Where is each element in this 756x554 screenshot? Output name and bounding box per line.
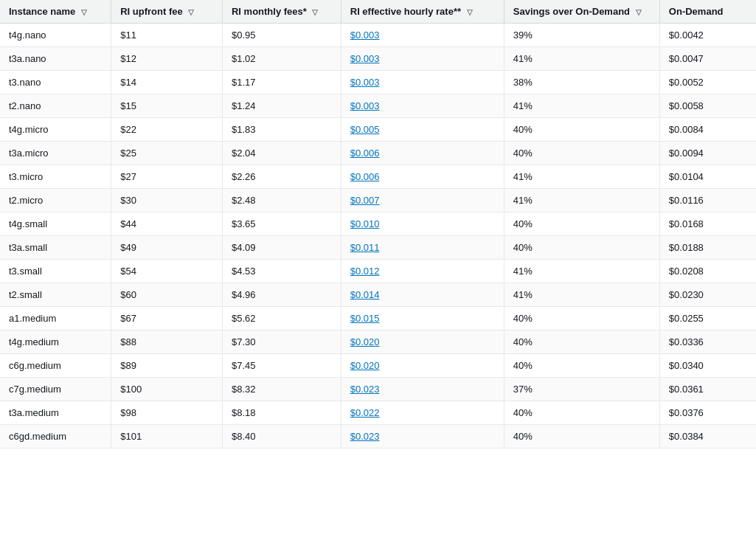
cell-savings-over-on-demand: 41% [504, 189, 659, 212]
link-ri-effective-hourly-rate[interactable]: $0.011 [350, 242, 380, 253]
cell-on-demand: $0.0058 [659, 94, 756, 118]
cell-instance-name: t4g.small [0, 212, 111, 236]
cell-ri-upfront-fee: $67 [111, 307, 223, 330]
cell-ri-upfront-fee: $54 [111, 260, 223, 283]
link-ri-effective-hourly-rate[interactable]: $0.022 [350, 407, 380, 418]
link-ri-effective-hourly-rate[interactable]: $0.015 [350, 313, 380, 324]
col-label-ri-upfront-fee: RI upfront fee [120, 6, 183, 17]
link-ri-effective-hourly-rate[interactable]: $0.003 [350, 77, 380, 88]
link-ri-effective-hourly-rate[interactable]: $0.006 [350, 171, 380, 182]
table-row: t3a.nano$12$1.02$0.00341%$0.0047 [0, 47, 756, 71]
cell-ri-effective-hourly-rate[interactable]: $0.003 [341, 71, 504, 94]
cell-ri-upfront-fee: $49 [111, 236, 223, 260]
cell-ri-effective-hourly-rate[interactable]: $0.005 [341, 118, 504, 142]
table-row: t2.nano$15$1.24$0.00341%$0.0058 [0, 94, 756, 118]
cell-on-demand: $0.0208 [659, 260, 756, 283]
cell-instance-name: t3a.nano [0, 47, 111, 71]
cell-ri-upfront-fee: $44 [111, 212, 223, 236]
cell-ri-monthly-fees: $1.17 [222, 71, 341, 94]
cell-ri-upfront-fee: $27 [111, 165, 223, 189]
col-label-instance-name: Instance name [9, 6, 75, 17]
sort-icon-instance-name: ▽ [81, 8, 87, 16]
cell-ri-effective-hourly-rate[interactable]: $0.020 [341, 330, 504, 354]
cell-savings-over-on-demand: 41% [504, 283, 659, 307]
cell-ri-effective-hourly-rate[interactable]: $0.011 [341, 236, 504, 260]
cell-ri-effective-hourly-rate[interactable]: $0.003 [341, 47, 504, 71]
cell-savings-over-on-demand: 38% [504, 71, 659, 94]
cell-instance-name: t3.micro [0, 165, 111, 189]
cell-ri-effective-hourly-rate[interactable]: $0.003 [341, 24, 504, 47]
link-ri-effective-hourly-rate[interactable]: $0.023 [350, 431, 380, 442]
link-ri-effective-hourly-rate[interactable]: $0.023 [350, 384, 380, 395]
cell-ri-effective-hourly-rate[interactable]: $0.007 [341, 189, 504, 212]
cell-on-demand: $0.0255 [659, 307, 756, 330]
col-header-instance-name[interactable]: Instance name ▽ [0, 0, 111, 24]
sort-icon-ri-monthly-fees: ▽ [312, 8, 318, 16]
cell-on-demand: $0.0376 [659, 401, 756, 425]
sort-icon-ri-effective-hourly-rate: ▽ [467, 8, 473, 16]
table-row: t4g.micro$22$1.83$0.00540%$0.0084 [0, 118, 756, 142]
cell-ri-effective-hourly-rate[interactable]: $0.020 [341, 354, 504, 378]
link-ri-effective-hourly-rate[interactable]: $0.003 [350, 100, 380, 111]
cell-ri-effective-hourly-rate[interactable]: $0.010 [341, 212, 504, 236]
cell-ri-upfront-fee: $60 [111, 283, 223, 307]
cell-ri-effective-hourly-rate[interactable]: $0.023 [341, 378, 504, 401]
cell-ri-effective-hourly-rate[interactable]: $0.006 [341, 165, 504, 189]
cell-ri-effective-hourly-rate[interactable]: $0.015 [341, 307, 504, 330]
cell-on-demand: $0.0084 [659, 118, 756, 142]
cell-instance-name: c6g.medium [0, 354, 111, 378]
link-ri-effective-hourly-rate[interactable]: $0.010 [350, 218, 380, 229]
cell-ri-effective-hourly-rate[interactable]: $0.006 [341, 142, 504, 165]
cell-ri-effective-hourly-rate[interactable]: $0.003 [341, 94, 504, 118]
cell-ri-effective-hourly-rate[interactable]: $0.022 [341, 401, 504, 425]
col-header-ri-monthly-fees[interactable]: RI monthly fees* ▽ [222, 0, 341, 24]
cell-savings-over-on-demand: 41% [504, 165, 659, 189]
cell-ri-monthly-fees: $4.09 [222, 236, 341, 260]
cell-savings-over-on-demand: 40% [504, 142, 659, 165]
cell-on-demand: $0.0230 [659, 283, 756, 307]
cell-ri-effective-hourly-rate[interactable]: $0.023 [341, 425, 504, 449]
cell-savings-over-on-demand: 40% [504, 236, 659, 260]
link-ri-effective-hourly-rate[interactable]: $0.005 [350, 124, 380, 135]
cell-ri-upfront-fee: $101 [111, 425, 223, 449]
cell-instance-name: t3a.micro [0, 142, 111, 165]
cell-instance-name: t4g.medium [0, 330, 111, 354]
cell-savings-over-on-demand: 40% [504, 330, 659, 354]
cell-savings-over-on-demand: 41% [504, 47, 659, 71]
cell-ri-upfront-fee: $12 [111, 47, 223, 71]
cell-ri-monthly-fees: $0.95 [222, 24, 341, 47]
table-row: t3a.micro$25$2.04$0.00640%$0.0094 [0, 142, 756, 165]
cell-on-demand: $0.0042 [659, 24, 756, 47]
cell-savings-over-on-demand: 40% [504, 401, 659, 425]
cell-ri-effective-hourly-rate[interactable]: $0.014 [341, 283, 504, 307]
cell-ri-monthly-fees: $3.65 [222, 212, 341, 236]
link-ri-effective-hourly-rate[interactable]: $0.020 [350, 360, 380, 371]
cell-instance-name: t3a.medium [0, 401, 111, 425]
cell-on-demand: $0.0094 [659, 142, 756, 165]
col-header-savings-over-on-demand[interactable]: Savings over On-Demand ▽ [504, 0, 659, 24]
table-row: t4g.small$44$3.65$0.01040%$0.0168 [0, 212, 756, 236]
cell-ri-monthly-fees: $2.48 [222, 189, 341, 212]
cell-on-demand: $0.0168 [659, 212, 756, 236]
link-ri-effective-hourly-rate[interactable]: $0.003 [350, 30, 380, 41]
link-ri-effective-hourly-rate[interactable]: $0.006 [350, 148, 380, 159]
cell-ri-upfront-fee: $89 [111, 354, 223, 378]
link-ri-effective-hourly-rate[interactable]: $0.012 [350, 266, 380, 277]
cell-on-demand: $0.0384 [659, 425, 756, 449]
table-header-row: Instance name ▽ RI upfront fee ▽ RI mont… [0, 0, 756, 24]
cell-ri-upfront-fee: $22 [111, 118, 223, 142]
cell-ri-effective-hourly-rate[interactable]: $0.012 [341, 260, 504, 283]
link-ri-effective-hourly-rate[interactable]: $0.007 [350, 195, 380, 206]
cell-on-demand: $0.0336 [659, 330, 756, 354]
table-row: c6g.medium$89$7.45$0.02040%$0.0340 [0, 354, 756, 378]
link-ri-effective-hourly-rate[interactable]: $0.020 [350, 336, 380, 347]
cell-ri-upfront-fee: $98 [111, 401, 223, 425]
table-row: t3a.medium$98$8.18$0.02240%$0.0376 [0, 401, 756, 425]
link-ri-effective-hourly-rate[interactable]: $0.003 [350, 53, 380, 64]
col-label-ri-effective-hourly-rate: RI effective hourly rate** [350, 6, 461, 17]
cell-ri-upfront-fee: $30 [111, 189, 223, 212]
col-header-ri-effective-hourly-rate[interactable]: RI effective hourly rate** ▽ [341, 0, 504, 24]
cell-savings-over-on-demand: 37% [504, 378, 659, 401]
link-ri-effective-hourly-rate[interactable]: $0.014 [350, 289, 380, 300]
col-header-ri-upfront-fee[interactable]: RI upfront fee ▽ [111, 0, 223, 24]
